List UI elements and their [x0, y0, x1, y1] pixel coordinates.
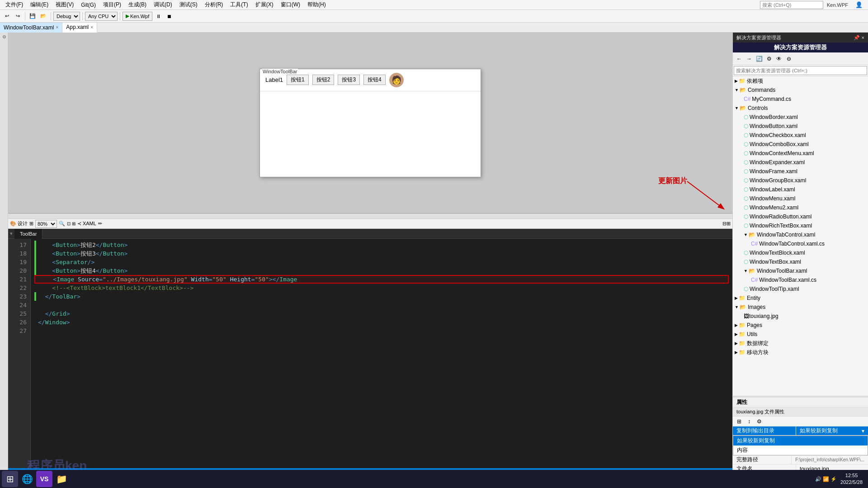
se-item-commands[interactable]: ▼ 📂 Commands [733, 85, 868, 95]
open-btn[interactable]: 📂 [38, 11, 48, 21]
menu-view[interactable]: 视图(V) [52, 0, 77, 9]
se-item-windowgroupbox[interactable]: ⬡ WindowGroupBox.xaml [733, 176, 868, 185]
sep2 [51, 12, 51, 20]
prop-dropdown-arrow-icon[interactable]: ▾ [862, 428, 864, 434]
menu-help[interactable]: 帮助(H) [304, 0, 330, 9]
taskbar-chrome-icon[interactable]: 🌐 [19, 471, 35, 487]
run-btn[interactable]: ▶ Ken.Wpf [123, 12, 152, 21]
design-bottom-bar: 🎨 设计 ⊞ 80% 🔍 ⊡ ⊞ ≺ XAML ✏ ⊟⊞ [8, 219, 732, 229]
menu-git[interactable]: Git(G) [77, 1, 99, 9]
se-item-windowcontextmenu[interactable]: ⬡ WindowContextMenu.xaml [733, 149, 868, 158]
preview-btn2[interactable]: 按钮2 [312, 75, 335, 85]
se-item-images[interactable]: ▼ 📂 Images [733, 303, 868, 312]
redo-btn[interactable]: ↪ [13, 11, 23, 21]
se-item-utils[interactable]: ▶ 📁 Utils [733, 330, 868, 339]
taskbar-vs-icon[interactable]: VS [36, 471, 52, 487]
save-btn[interactable]: 💾 [28, 11, 38, 21]
se-item-windowcombobox[interactable]: ⬡ WindowComboBox.xaml [733, 140, 868, 149]
menu-edit[interactable]: 编辑(E) [27, 0, 52, 9]
preview-btn4[interactable]: 按钮4 [363, 75, 386, 85]
se-item-entity[interactable]: ▶ 📁 Entity [733, 294, 868, 303]
se-filter-btn[interactable]: ⚙ [764, 54, 774, 63]
tab-app-xaml[interactable]: App.xaml × [62, 23, 97, 33]
tab-close-app[interactable]: × [90, 25, 93, 30]
se-item-windowlabel[interactable]: ⬡ WindowLabel.xaml [733, 185, 868, 194]
undo-btn[interactable]: ↩ [2, 11, 12, 21]
se-collapse-btn[interactable]: ⊖ [784, 54, 793, 63]
se-item-windowborder[interactable]: ⬡ WindowBorder.xaml [733, 113, 868, 122]
xaml-tab[interactable]: ≺ XAML [77, 221, 96, 227]
grid-icon[interactable]: ⊞ [29, 221, 33, 227]
se-close-icon[interactable]: × [862, 35, 864, 41]
prop-panel-header: 属性 [733, 398, 868, 407]
se-preview-btn[interactable]: 👁 [774, 54, 783, 63]
prop-row-build-action[interactable]: 完整路径 F:\project_info\csharp\Ken.WPF\... [733, 455, 868, 464]
se-item-windowbutton[interactable]: ⬡ WindowButton.xaml [733, 122, 868, 131]
se-item-windowtoolbar-cs[interactable]: C# WindowToolBar.xaml.cs [733, 275, 868, 284]
preview-btn3[interactable]: 按钮3 [338, 75, 360, 85]
se-item-windowtextbox[interactable]: ⬡ WindowTextBox.xaml [733, 257, 868, 266]
se-item-touxiang[interactable]: 🖼 touxiang.jpg [733, 312, 868, 321]
prop-row-copy-output[interactable]: 复制到输出目录 如果较新则复制 ▾ [733, 426, 868, 436]
se-forward-btn[interactable]: → [745, 54, 754, 63]
prop-dropdown-opt-1[interactable]: 如果较新则复制 [733, 436, 868, 445]
se-search-input[interactable] [734, 66, 867, 75]
design-scrollbar[interactable] [8, 213, 732, 219]
design-tab[interactable]: 🎨 设计 [10, 220, 28, 227]
zoom-select[interactable]: 80% [35, 220, 57, 228]
menu-build[interactable]: 生成(B) [125, 0, 150, 9]
se-item-deps[interactable]: ▶ 📁 依赖项 [733, 76, 868, 85]
search-input[interactable] [760, 1, 823, 9]
start-button[interactable]: ⊞ [2, 471, 18, 487]
prop-val-copy-output[interactable]: 如果较新则复制 ▾ [796, 426, 868, 435]
se-item-windowexpander[interactable]: ⬡ WindowExpander.xaml [733, 158, 868, 167]
menu-analyze[interactable]: 分析(R) [201, 0, 227, 9]
se-back-btn[interactable]: ← [735, 54, 744, 63]
menu-file[interactable]: 文件(F) [2, 0, 27, 9]
editor-dropdown-icon[interactable]: ▾ [8, 231, 14, 237]
se-refresh-btn[interactable]: 🔄 [755, 54, 764, 63]
xaml-edit-icon[interactable]: ✏ [98, 221, 102, 227]
se-item-windowtabcontrol-cs[interactable]: C# WindowTabControl.xaml.cs [733, 239, 868, 248]
taskbar-folder-icon[interactable]: 📁 [53, 471, 70, 487]
sep4 [120, 12, 120, 20]
se-item-movingblock[interactable]: ▶ 📁 移动方块 [733, 348, 868, 357]
se-item-databinding[interactable]: ▶ 📁 数据绑定 [733, 339, 868, 348]
code-lines[interactable]: <Button>按钮2</Button> <Button>按钮3</Button… [31, 239, 732, 468]
prop-btn-1[interactable]: ⊞ [735, 417, 744, 426]
menu-window[interactable]: 窗口(W) [277, 0, 304, 9]
prop-btn-2[interactable]: ↕ [745, 417, 754, 426]
se-item-windowmenu2[interactable]: ⬡ WindowMenu2.xaml [733, 203, 868, 212]
se-item-mycommand[interactable]: C# MyCommand.cs [733, 95, 868, 104]
menu-project[interactable]: 项目(P) [99, 0, 125, 9]
tab-close-windowtoolbar[interactable]: × [56, 25, 58, 30]
editor-tab-toolbar[interactable]: ToolBar [14, 229, 42, 239]
taskbar: ⊞ 🌐 VS 📁 🔊 📶 ⚡ 12:55 2022/5/28 [0, 470, 868, 488]
se-item-windowframe[interactable]: ⬡ WindowFrame.xaml [733, 167, 868, 176]
pause-btn[interactable]: ⏸ [153, 11, 163, 21]
tab-windowtoolbar-xaml[interactable]: WindowToolBar.xaml × [0, 23, 62, 33]
se-pin-icon[interactable]: 📌 [854, 35, 860, 41]
se-item-windowrichtextbox[interactable]: ⬡ WindowRichTextBox.xaml [733, 221, 868, 230]
se-item-pages[interactable]: ▶ 📁 Pages [733, 321, 868, 330]
se-item-controls[interactable]: ▼ 📂 Controls [733, 104, 868, 113]
se-item-windowtabcontrol[interactable]: ▼ 📂 WindowTabControl.xaml [733, 230, 868, 239]
se-item-windowradiobutton[interactable]: ⬡ WindowRadioButton.xaml [733, 212, 868, 221]
debug-mode-select[interactable]: Debug [53, 12, 80, 21]
se-item-windowmenu[interactable]: ⬡ WindowMenu.xaml [733, 194, 868, 203]
se-item-windowcheckbox[interactable]: ⬡ WindowCheckbox.xaml [733, 131, 868, 140]
se-item-windowtextblock[interactable]: ⬡ WindowTextBlock.xaml [733, 248, 868, 257]
menu-test[interactable]: 测试(S) [176, 0, 201, 9]
menu-tools[interactable]: 工具(T) [226, 0, 251, 9]
prop-btn-3[interactable]: ⚙ [755, 417, 764, 426]
preview-btn1[interactable]: 按钮1 [287, 75, 309, 85]
prop-dropdown-opt-2[interactable]: 内容 [733, 445, 868, 455]
cpu-select[interactable]: Any CPU [85, 12, 118, 21]
se-item-windowtooltip[interactable]: ⬡ WindowToolTip.xaml [733, 284, 868, 294]
svg-line-0 [687, 181, 723, 208]
green-indicator-20 [34, 266, 36, 275]
menu-debug[interactable]: 调试(D) [150, 0, 176, 9]
stop-btn[interactable]: ⏹ [164, 11, 174, 21]
menu-extensions[interactable]: 扩展(X) [252, 0, 277, 9]
se-item-windowtoolbar-node[interactable]: ▼ 📂 WindowToolBar.xaml [733, 266, 868, 275]
